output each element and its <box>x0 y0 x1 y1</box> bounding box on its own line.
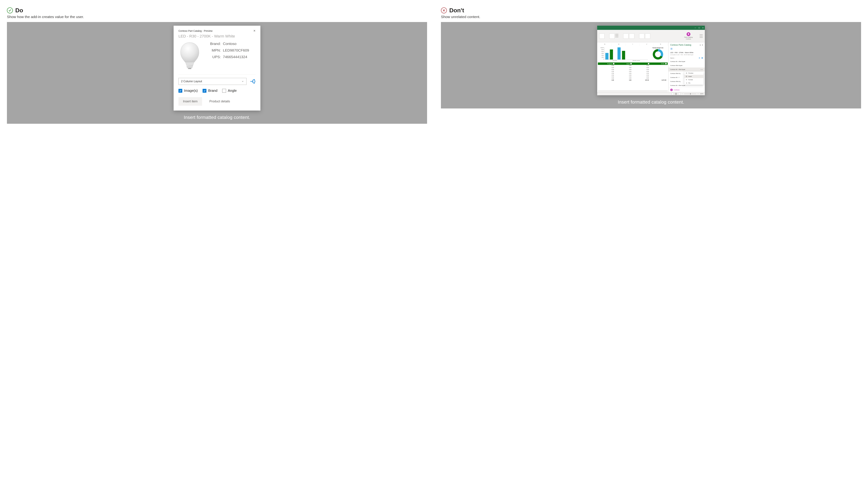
worksheet[interactable]: G H I J K $6,000 5,000 4,000 3000 <box>597 42 668 92</box>
zoom-value: 100% <box>700 93 703 94</box>
col-header[interactable]: I <box>626 43 640 46</box>
minimize-icon[interactable]: ─ <box>695 27 696 29</box>
list-item[interactable]: Contoso 85w Equal <box>669 64 705 67</box>
filter-dropdown-icon[interactable] <box>613 63 614 64</box>
col-header[interactable]: K <box>654 43 668 46</box>
window-titlebar: ─ ☐ ✕ <box>597 26 705 30</box>
list-view-icon[interactable] <box>699 57 700 59</box>
list-item-selected[interactable]: Contoso 60 - 65w Equal••• <box>669 67 705 71</box>
svg-rect-13 <box>702 57 702 58</box>
svg-line-1 <box>186 66 193 67</box>
svg-rect-16 <box>702 58 703 58</box>
bar-segment <box>618 47 621 60</box>
layout-dropdown[interactable]: 2 Column Layout <box>179 78 247 85</box>
bar-chart[interactable]: $6,000 5,000 4,000 3000 2000 1000 0 <box>599 47 648 61</box>
pane-breadcrumb[interactable]: LED - R30 - 2700K - Warm White <box>669 51 705 54</box>
view-page-icon[interactable] <box>675 93 677 95</box>
do-subheading: Show how the add-in creates value for th… <box>7 15 427 19</box>
pane-close-icon[interactable]: ✕ <box>702 44 703 46</box>
do-heading-text: Do <box>15 7 23 14</box>
more-icon[interactable]: ••• <box>701 69 703 70</box>
zoom-slider[interactable] <box>684 94 696 94</box>
th-total: TOTAL <box>661 63 665 64</box>
svg-point-17 <box>686 73 687 73</box>
dont-tile: ─ ☐ ✕ <box>441 22 861 108</box>
ribbon: Parts Catalog Contoso <box>597 30 705 42</box>
view-break-icon[interactable] <box>678 93 681 95</box>
do-heading: Do <box>7 7 427 14</box>
svg-line-0 <box>186 66 193 66</box>
images-checkbox[interactable]: Image(s) <box>179 89 198 93</box>
svg-rect-14 <box>702 57 703 58</box>
menu-format[interactable]: Format <box>684 78 703 81</box>
menu-preview[interactable]: Preview <box>684 71 703 75</box>
table-row[interactable]: 0.000.000.00 <box>598 67 668 69</box>
mpn-value: LED9870CF609 <box>223 48 249 52</box>
sort-arrow-icon[interactable]: ↓ <box>674 57 675 59</box>
grid-view-icon[interactable] <box>701 57 703 59</box>
brand-name[interactable]: Contoso <box>674 89 679 91</box>
check-circle-icon <box>7 8 13 13</box>
ribbon-group <box>623 34 634 39</box>
insert-item-button[interactable]: Insert item <box>179 97 202 106</box>
svg-rect-15 <box>702 58 702 58</box>
ribbon-addin-button[interactable]: Parts Catalog Contoso <box>684 32 693 40</box>
checkbox-checked-icon <box>203 89 206 93</box>
hamburger-icon[interactable] <box>669 47 705 51</box>
maximize-icon[interactable]: ☐ <box>698 27 700 29</box>
brand-value: Contoso <box>223 42 236 46</box>
filter-dropdown-icon[interactable] <box>665 63 666 64</box>
product-details-button[interactable]: Product details <box>205 97 234 106</box>
angle-checkbox[interactable]: Angle <box>222 89 237 93</box>
table-row[interactable]: 0.000.000.00 <box>598 77 668 79</box>
table-row[interactable]: 0.000.000.00 <box>598 65 668 67</box>
dialog-subtitle: LED - R30 - 2700K - Warm White <box>179 34 256 39</box>
filter-dropdown-icon[interactable] <box>630 63 632 64</box>
dialog-titlebar: Contoso Part Catalog - Preview ✕ <box>179 29 256 32</box>
zoom-plus-icon[interactable]: + <box>698 93 699 94</box>
x-axis-labels: Cash flow Monthly income <box>605 60 648 61</box>
chevron-down-icon <box>242 80 244 82</box>
table-row[interactable]: 0.000.00225.502,872.00 <box>598 79 668 81</box>
ribbon-group <box>609 34 618 39</box>
context-menu: Preview Insert Format Pin <box>684 71 703 85</box>
svg-line-2 <box>187 67 193 67</box>
table-row[interactable]: 0.000.000.00 <box>598 71 668 73</box>
pin-icon[interactable] <box>250 78 256 84</box>
menu-pin[interactable]: Pin <box>684 81 703 85</box>
horizontal-scrollbar[interactable] <box>598 90 668 92</box>
do-tile: Contoso Part Catalog - Preview ✕ LED - R… <box>7 22 427 124</box>
do-column: Do Show how the add-in creates value for… <box>7 7 427 124</box>
list-item[interactable]: Contoso 60 - 65w Equal <box>669 60 705 64</box>
table-body: 0.000.000.000.000.000.000.000.000.000.00… <box>598 65 668 81</box>
table-row[interactable]: 0.000.000.00 <box>598 69 668 71</box>
divider <box>179 74 256 75</box>
col-header[interactable]: H <box>612 43 626 46</box>
donut-chart[interactable]: Family Budget Use <box>649 47 666 61</box>
angle-label: Angle <box>228 89 237 93</box>
x-circle-icon <box>441 8 447 13</box>
addin-label-2: Contoso <box>686 38 691 40</box>
view-normal-icon[interactable] <box>672 93 674 95</box>
close-icon[interactable]: ✕ <box>253 29 256 32</box>
dont-heading-text: Don't <box>449 7 464 14</box>
sort-label[interactable]: Name <box>670 57 674 59</box>
do-caption: Insert formatted catalog content. <box>184 115 250 120</box>
menu-insert[interactable]: Insert <box>684 75 703 78</box>
col-header[interactable]: G <box>598 43 612 46</box>
ribbon-group <box>700 34 703 38</box>
close-icon[interactable]: ✕ <box>702 27 704 29</box>
pane-menu-icon[interactable]: ▾ <box>700 44 701 46</box>
bar-segment <box>605 53 608 60</box>
svg-line-3 <box>187 68 192 68</box>
table-row[interactable]: 0.000.000.00 <box>598 75 668 77</box>
zoom-minus-icon[interactable]: − <box>682 93 683 94</box>
filter-dropdown-icon[interactable] <box>648 63 649 64</box>
table-row[interactable]: 0.000.000.00 <box>598 73 668 75</box>
col-header[interactable]: J <box>640 43 653 46</box>
brand-checkbox[interactable]: Brand <box>203 89 217 93</box>
pane-sort-row: Name ↓ <box>669 56 705 60</box>
results-list: Contoso 60 - 65w Equal Contoso 85w Equal… <box>669 60 705 88</box>
addin-label-1: Parts Catalog <box>684 37 693 38</box>
preview-dialog: Contoso Part Catalog - Preview ✕ LED - R… <box>173 26 260 110</box>
